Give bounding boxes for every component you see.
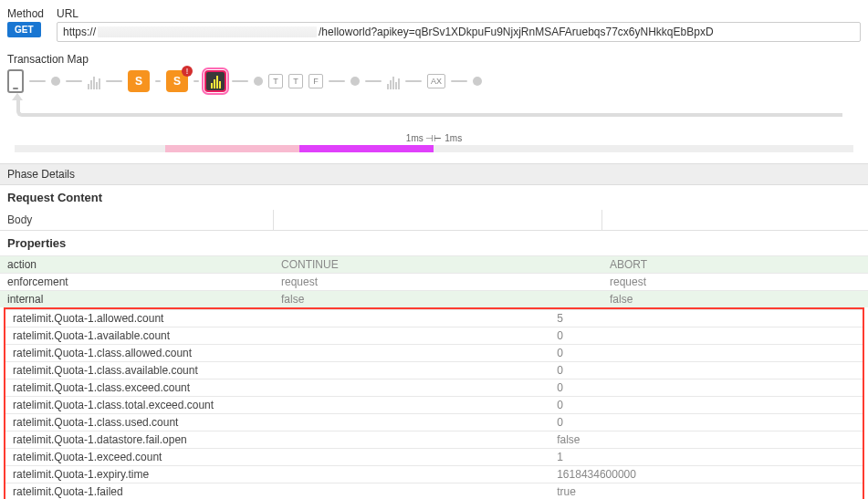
prop-name: action xyxy=(0,256,274,274)
properties-table-fixed: actionCONTINUEABORTenforcementrequestreq… xyxy=(0,255,868,307)
property-row[interactable]: ratelimit.Quota-1.class.allowed.count0 xyxy=(5,345,863,362)
flow-dot[interactable] xyxy=(350,77,360,86)
prop-name: enforcement xyxy=(0,274,274,291)
prop-name: ratelimit.Quota-1.class.allowed.count xyxy=(5,345,262,362)
flow-mini-node[interactable]: T xyxy=(288,74,303,88)
prop-value-before xyxy=(262,345,549,362)
flow-dot[interactable] xyxy=(51,77,60,86)
property-row[interactable]: ratelimit.Quota-1.class.available.count0 xyxy=(5,362,863,379)
request-header: Method GET URL https:// /helloworld?apik… xyxy=(7,7,861,42)
quota-policy-node-selected[interactable] xyxy=(204,70,226,92)
property-row[interactable]: ratelimit.Quota-1.exceed.count1 xyxy=(5,449,863,466)
prop-value-after: 0 xyxy=(549,379,863,397)
flow-line xyxy=(232,80,248,82)
properties-header: Properties xyxy=(0,231,868,255)
prop-value-before: false xyxy=(274,291,602,308)
body-row: Body xyxy=(0,210,868,231)
flow-dot[interactable] xyxy=(254,77,263,86)
client-icon[interactable] xyxy=(7,69,24,93)
latency-bars-icon[interactable] xyxy=(387,73,400,89)
property-row[interactable]: ratelimit.Quota-1.failedtrue xyxy=(5,483,863,500)
prop-value-before xyxy=(262,310,549,327)
flow-line xyxy=(66,80,82,82)
property-row[interactable]: ratelimit.Quota-1.class.used.count0 xyxy=(5,414,863,431)
prop-value-before xyxy=(262,379,549,397)
prop-value-after: 0 xyxy=(549,362,863,379)
property-row[interactable]: enforcementrequestrequest xyxy=(0,274,868,291)
flow-line xyxy=(451,80,467,82)
prop-value-after: 0 xyxy=(549,414,863,431)
prop-value-after: 0 xyxy=(549,345,863,362)
prop-value-after: 1618434600000 xyxy=(549,466,863,483)
prop-name: ratelimit.Quota-1.datastore.fail.open xyxy=(5,431,262,449)
flow-line xyxy=(155,80,161,82)
latency-bars-icon[interactable] xyxy=(88,73,100,89)
timing-segment xyxy=(434,145,853,152)
prop-name: ratelimit.Quota-1.class.available.count xyxy=(5,362,262,379)
url-input[interactable]: https:// /helloworld?apikey=qBrSv1XDkpuF… xyxy=(57,22,861,42)
prop-value-after: 1 xyxy=(549,449,863,466)
prop-value-after: false xyxy=(549,431,863,449)
alert-badge-icon: ! xyxy=(182,66,193,77)
prop-value-before xyxy=(262,466,549,483)
prop-value-before xyxy=(262,431,549,449)
prop-name: ratelimit.Quota-1.class.total.exceed.cou… xyxy=(5,397,262,414)
prop-value-after: false xyxy=(602,291,868,308)
url-masked-host xyxy=(98,26,317,37)
flow-line xyxy=(365,80,382,82)
prop-value-before xyxy=(262,449,549,466)
property-row[interactable]: internalfalsefalse xyxy=(0,291,868,308)
timing-bar[interactable] xyxy=(15,145,853,152)
prop-value-before xyxy=(262,414,549,431)
body-value-2 xyxy=(602,210,868,230)
transaction-map-label: Transaction Map xyxy=(0,53,868,66)
policy-node-wrapper: S ! xyxy=(166,70,188,92)
prop-value-before xyxy=(262,362,549,379)
flow-line xyxy=(405,80,422,82)
property-row[interactable]: actionCONTINUEABORT xyxy=(0,256,868,274)
flow-mini-node[interactable]: AX xyxy=(427,74,445,88)
prop-name: ratelimit.Quota-1.available.count xyxy=(5,327,262,345)
property-row[interactable]: ratelimit.Quota-1.datastore.fail.openfal… xyxy=(5,431,863,449)
prop-name: ratelimit.Quota-1.failed xyxy=(5,483,262,500)
prop-value-after: 5 xyxy=(549,310,863,327)
flow-line xyxy=(329,80,345,82)
flow-mini-node[interactable]: T xyxy=(268,74,283,88)
url-prefix: https:// xyxy=(63,26,96,38)
flow-dot[interactable] xyxy=(473,77,482,86)
property-row[interactable]: ratelimit.Quota-1.available.count0 xyxy=(5,327,863,345)
return-flow-arrow xyxy=(16,99,842,117)
prop-value-after: true xyxy=(549,483,863,500)
policy-node[interactable]: S xyxy=(128,70,150,92)
flow-line xyxy=(106,80,122,82)
properties-table-ratelimit: ratelimit.Quota-1.allowed.count5ratelimi… xyxy=(5,309,863,499)
timing-label: 1ms ⊣⊢ 1ms xyxy=(7,133,861,143)
flow-line xyxy=(29,80,46,82)
flow-line xyxy=(193,80,199,82)
method-label: Method xyxy=(7,7,46,20)
timing-segment xyxy=(15,145,165,152)
url-path: /helloworld?apikey=qBrSv1XDkpuFu9NjxjRnM… xyxy=(319,26,714,38)
prop-value-after: ABORT xyxy=(602,256,868,274)
prop-value-after: 0 xyxy=(549,397,863,414)
property-row[interactable]: ratelimit.Quota-1.class.exceed.count0 xyxy=(5,379,863,397)
body-value-1 xyxy=(274,210,602,230)
flow-mini-node[interactable]: F xyxy=(309,74,323,88)
prop-name: internal xyxy=(0,291,274,308)
prop-value-before xyxy=(262,483,549,500)
prop-value-before xyxy=(262,397,549,414)
prop-value-after: 0 xyxy=(549,327,863,345)
transaction-map: S S ! T T F AX 1ms ⊣⊢ 1ms xyxy=(0,69,868,152)
phase-details-header: Phase Details xyxy=(0,163,868,185)
property-row[interactable]: ratelimit.Quota-1.class.total.exceed.cou… xyxy=(5,397,863,414)
property-row[interactable]: ratelimit.Quota-1.allowed.count5 xyxy=(5,310,863,327)
prop-name: ratelimit.Quota-1.exceed.count xyxy=(5,449,262,466)
prop-name: ratelimit.Quota-1.class.used.count xyxy=(5,414,262,431)
prop-name: ratelimit.Quota-1.expiry.time xyxy=(5,466,262,483)
request-content-header: Request Content xyxy=(0,185,868,210)
prop-name: ratelimit.Quota-1.class.exceed.count xyxy=(5,379,262,397)
timing-segment xyxy=(299,145,434,152)
prop-value-before xyxy=(262,327,549,345)
property-row[interactable]: ratelimit.Quota-1.expiry.time16184346000… xyxy=(5,466,863,483)
prop-value-after: request xyxy=(602,274,868,291)
